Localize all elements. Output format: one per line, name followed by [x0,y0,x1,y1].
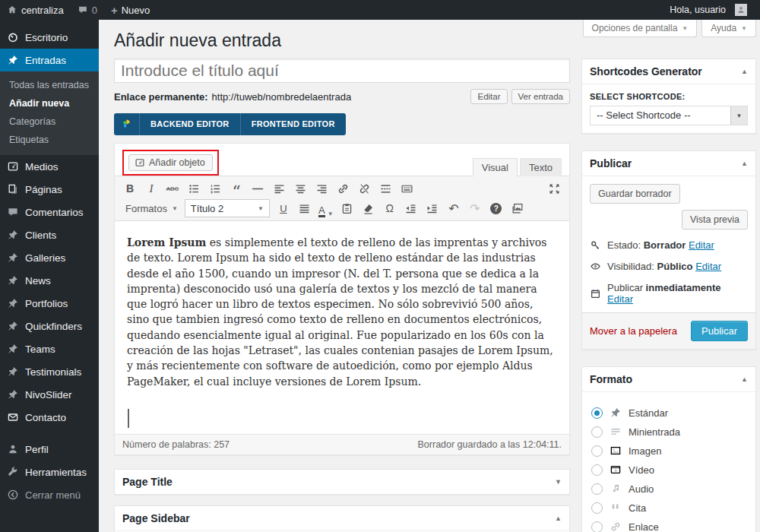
shortcodes-panel-header[interactable]: Shortcodes Generator ▲ [582,59,755,84]
undo-button[interactable]: ↶ [444,199,464,217]
read-more-tag-button[interactable] [375,179,395,198]
admin-bar-site[interactable]: centraliza [0,0,71,20]
heading-dropdown[interactable]: Título 2 ▼ [185,199,270,217]
blockquote-button[interactable]: “ [226,179,246,198]
move-to-trash-link[interactable]: Mover a la papelera [590,325,677,337]
admin-bar-comments[interactable]: 0 [71,0,104,20]
paste-as-text-button[interactable] [337,199,357,217]
radio[interactable] [591,521,603,532]
view-post-button[interactable]: Ver entrada [511,89,570,104]
media-icon [7,160,19,173]
radio[interactable] [591,464,603,476]
sidebar-item-news[interactable]: News [0,269,99,292]
clear-formatting-button[interactable] [359,199,378,217]
bold-button[interactable]: B [120,179,140,198]
publish-panel-header[interactable]: Publicar ▲ [582,151,755,176]
edit-schedule-link[interactable]: Editar [607,293,633,305]
post-title-input[interactable] [114,59,570,83]
edit-visibility-link[interactable]: Editar [695,261,721,272]
sidebar-item-medios[interactable]: Medios [0,155,99,178]
admin-bar-account[interactable]: Hola, usuario [663,0,760,20]
justify-button[interactable] [295,199,315,217]
format-option-video[interactable]: Vídeo [591,464,746,476]
chevron-up-icon[interactable]: ▲ [741,160,748,167]
edit-permalink-button[interactable]: Editar [470,89,507,104]
distraction-free-button[interactable] [544,179,564,198]
remove-link-button[interactable] [354,179,374,198]
edit-status-link[interactable]: Editar [689,239,714,251]
word-count: Número de palabras: 257 [122,439,230,450]
sidebar-item-comentarios[interactable]: Comentarios [0,201,99,223]
sidebar-item-galleries[interactable]: Galleries [0,246,99,269]
format-option-audio[interactable]: Audio [591,483,746,495]
sidebar-item-clients[interactable]: Clients [0,223,99,246]
chevron-up-icon[interactable]: ▲ [741,375,748,383]
sidebar-item-entradas[interactable]: Entradas [0,49,99,71]
text-color-button[interactable]: A ▼ [316,199,336,217]
page-sidebar-panel-header[interactable]: Page Sidebar ▲ [115,506,569,531]
admin-bar-new[interactable]: + Nuevo [104,0,157,20]
bulleted-list-button[interactable] [184,179,204,198]
help-tab-button[interactable]: Ayuda ▼ [701,20,756,37]
sidebar-item-contacto[interactable]: Contacto [0,406,99,429]
submenu-etiquetas[interactable]: Etiquetas [0,131,99,149]
align-left-button[interactable] [269,179,289,198]
format-option-enlace[interactable]: Enlace [591,521,746,532]
tab-texto[interactable]: Texto [520,158,562,176]
radio-selected[interactable] [591,407,603,419]
comment-bubble-icon [78,5,88,15]
sidebar-item-perfil[interactable]: Perfil [0,438,99,461]
italic-button[interactable]: I [141,179,161,198]
radio[interactable] [591,502,603,514]
format-option-cita[interactable]: Cita [591,502,746,514]
sidebar-item-portfolios[interactable]: Portfolios [0,292,99,315]
sidebar-collapse-menu[interactable]: Cerrar menú [0,483,99,506]
insert-link-button[interactable] [333,179,353,198]
align-right-button[interactable] [312,179,331,198]
align-center-button[interactable] [290,179,310,198]
publish-button[interactable]: Publicar [691,321,748,341]
chevron-up-icon[interactable]: ▲ [741,68,748,75]
chevron-down-icon[interactable]: ▼ [555,478,562,486]
page-title-panel-header[interactable]: Page Title ▼ [115,470,569,494]
toolbar-toggle-button[interactable] [397,179,416,198]
formats-dropdown[interactable]: Formatos ▼ [119,203,184,214]
screen-options-button[interactable]: Opciones de pantalla ▼ [583,20,698,37]
radio[interactable] [591,483,603,495]
format-panel-header[interactable]: Formato ▲ [582,367,755,392]
numbered-list-button[interactable] [205,179,225,198]
indent-button[interactable] [423,199,442,217]
sidebar-item-quickfinders[interactable]: Quickfinders [0,315,99,337]
backend-editor-button[interactable]: BACKEND EDITOR [139,113,240,135]
strikethrough-button[interactable]: ABC [163,179,182,198]
format-option-imagen[interactable]: Imagen [591,445,746,457]
sidebar-item-paginas[interactable]: Páginas [0,178,99,201]
sidebar-item-escritorio[interactable]: Escritorio [0,26,99,49]
horizontal-rule-button[interactable]: — [248,179,268,198]
format-option-estandar[interactable]: Estándar [591,407,746,419]
editor-content[interactable]: Lorem Ipsum es simplemente el texto de r… [115,221,569,434]
preview-button[interactable]: Vista previa [682,210,748,230]
sidebar-item-herramientas[interactable]: Herramientas [0,461,99,483]
frontend-editor-button[interactable]: FRONTEND EDITOR [240,113,346,135]
special-character-button[interactable]: Ω [380,199,400,217]
shortcode-select[interactable]: -- Select Shortcode -- ▼ [590,106,748,125]
sidebar-item-teams[interactable]: Teams [0,337,99,360]
sidebar-item-testimonials[interactable]: Testimonials [0,360,99,383]
tab-visual[interactable]: Visual [473,158,518,176]
submenu-categorias[interactable]: Categorías [0,112,99,131]
insert-image-button[interactable] [508,199,527,217]
radio[interactable] [591,445,603,457]
chevron-up-icon[interactable]: ▲ [555,515,562,522]
sidebar-item-nivoslider[interactable]: NivoSlider [0,383,99,406]
help-button[interactable]: ? [486,199,506,217]
add-media-button[interactable]: Añadir objeto [128,154,213,171]
radio[interactable] [591,426,603,438]
submenu-todas-las-entradas[interactable]: Todas las entradas [0,76,99,94]
format-option-minientrada[interactable]: Minientrada [591,426,746,438]
outdent-button[interactable] [401,199,421,217]
submenu-anadir-nueva[interactable]: Añadir nueva [0,94,99,112]
save-draft-button[interactable]: Guardar borrador [590,184,680,204]
underline-button[interactable]: U [274,199,293,217]
redo-button[interactable]: ↷ [465,199,485,217]
